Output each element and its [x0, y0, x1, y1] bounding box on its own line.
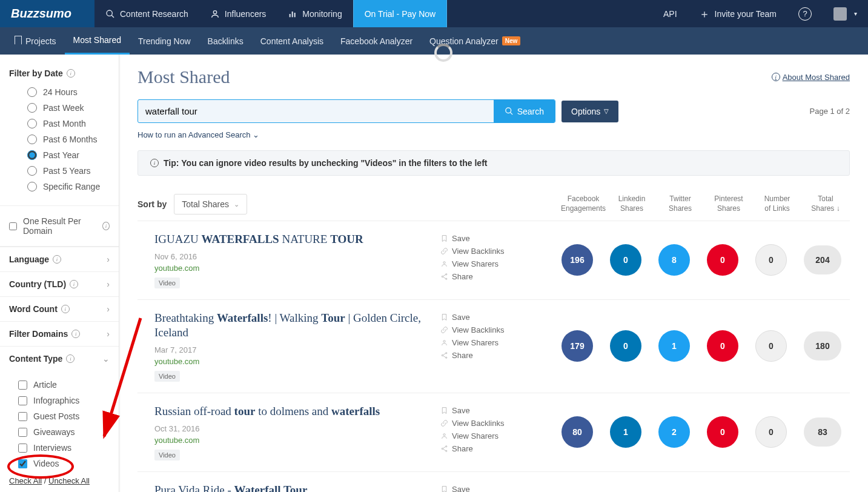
- chevron-right-icon: ›: [107, 329, 110, 339]
- result-title[interactable]: Russian off-road tour to dolmens and wat…: [154, 404, 440, 419]
- action-share[interactable]: Share: [440, 442, 525, 455]
- column-header[interactable]: TwitterShares: [656, 194, 704, 213]
- action-share[interactable]: Share: [440, 349, 525, 362]
- nav-api[interactable]: API: [652, 0, 688, 27]
- date-radio-past-week[interactable]: Past Week: [9, 100, 110, 116]
- svg-point-21: [446, 446, 447, 447]
- svg-point-6: [506, 108, 511, 113]
- info-icon[interactable]: i: [102, 222, 110, 230]
- svg-point-20: [443, 434, 445, 436]
- date-radio-past-6-months[interactable]: Past 6 Months: [9, 131, 110, 147]
- subnav-backlinks[interactable]: Backlinks: [199, 27, 252, 55]
- about-link[interactable]: iAbout Most Shared: [768, 73, 850, 82]
- action-save[interactable]: Save: [440, 311, 525, 324]
- button-label: Search: [517, 107, 544, 116]
- date-radio-specific-range[interactable]: Specific Range: [9, 179, 110, 194]
- subnav-most-shared[interactable]: Most Shared: [65, 27, 130, 55]
- tip-bar: i Tip: You can ignore video results by u…: [137, 150, 850, 176]
- result-domain[interactable]: youtube.com: [154, 264, 440, 273]
- subnav-trending[interactable]: Trending Now: [130, 27, 199, 55]
- info-icon[interactable]: i: [67, 69, 75, 78]
- sort-value: Total Shares: [182, 199, 229, 209]
- nav-user-menu[interactable]: ▾: [823, 0, 868, 27]
- column-header[interactable]: Numberof Links: [753, 194, 801, 213]
- action-save[interactable]: Save: [440, 232, 525, 245]
- svg-point-11: [446, 278, 447, 279]
- subnav-fb-analyzer[interactable]: Facebook Analyzer: [332, 27, 421, 55]
- nav-label: Influencers: [225, 9, 266, 19]
- loading-spinner: [434, 44, 452, 62]
- type-check-guest-posts[interactable]: Guest Posts: [0, 408, 119, 424]
- filter-language[interactable]: Languagei›: [0, 247, 119, 271]
- advanced-search-link[interactable]: How to run an Advanced Search ⌄: [137, 130, 850, 139]
- subnav-content-analysis[interactable]: Content Analysis: [252, 27, 332, 55]
- chevron-down-icon: ⌄: [234, 201, 239, 208]
- column-header[interactable]: LinkedinShares: [608, 194, 656, 213]
- svg-point-23: [446, 450, 447, 451]
- action-save[interactable]: Save: [440, 404, 525, 417]
- filter-content-type[interactable]: Content Typei⌄: [0, 346, 119, 371]
- one-result-checkbox[interactable]: One Result Per Domaini: [9, 213, 110, 239]
- filter-word-count[interactable]: Word Counti›: [0, 296, 119, 321]
- stat-facebook: 196: [562, 244, 593, 276]
- nav-help[interactable]: ?: [787, 0, 823, 27]
- bars-icon: [288, 9, 297, 19]
- nav-content-research[interactable]: Content Research: [94, 0, 199, 27]
- type-check-article[interactable]: Article: [0, 377, 119, 393]
- nav-influencers[interactable]: Influencers: [199, 0, 277, 27]
- result-domain[interactable]: youtube.com: [154, 436, 440, 445]
- info-icon: i: [772, 73, 780, 81]
- radio-label: Past 5 Years: [43, 166, 91, 176]
- info-icon: i: [70, 280, 78, 288]
- nav-invite-team[interactable]: ＋ Invite your Team: [688, 0, 787, 27]
- action-sharers[interactable]: View Sharers: [440, 258, 525, 270]
- type-check-giveaways[interactable]: Giveaways: [0, 424, 119, 440]
- svg-point-2: [213, 10, 216, 13]
- checkbox-label: Article: [33, 380, 57, 390]
- date-radio-past-year[interactable]: Past Year: [9, 147, 110, 163]
- result-title[interactable]: Pura Vida Ride - Waterfall Tour: [154, 483, 440, 492]
- action-share[interactable]: Share: [440, 270, 525, 283]
- nav-trial-paynow[interactable]: On Trial - Pay Now: [353, 0, 447, 27]
- action-save[interactable]: Save: [440, 483, 525, 492]
- result-domain[interactable]: youtube.com: [154, 357, 440, 366]
- filter-domains[interactable]: Filter Domainsi›: [0, 321, 119, 346]
- result-title[interactable]: Breathtaking Waterfalls! | Walking Tour …: [154, 311, 440, 341]
- result-title[interactable]: IGUAZU WATERFALLS NATURE TOUR: [154, 232, 440, 247]
- svg-rect-3: [290, 14, 291, 17]
- svg-line-1: [111, 15, 114, 18]
- date-radio-past-5-years[interactable]: Past 5 Years: [9, 163, 110, 179]
- action-backlinks[interactable]: View Backlinks: [440, 245, 525, 258]
- logo[interactable]: Buzzsumo: [0, 0, 94, 27]
- chevron-right-icon: ›: [107, 254, 110, 264]
- uncheck-all-link[interactable]: Uncheck All: [48, 476, 90, 485]
- column-header[interactable]: FacebookEngagements: [559, 194, 608, 213]
- check-all-link[interactable]: Check All: [9, 476, 42, 485]
- column-header[interactable]: PinterestShares: [704, 194, 753, 213]
- type-check-infographics[interactable]: Infographics: [0, 393, 119, 408]
- chevron-down-icon: ⌄: [253, 130, 259, 139]
- type-check-videos[interactable]: Videos: [0, 456, 119, 471]
- options-button[interactable]: Options▽: [562, 101, 618, 122]
- sort-select[interactable]: Total Shares⌄: [174, 194, 247, 214]
- nav-monitoring[interactable]: Monitoring: [277, 0, 353, 27]
- action-backlinks[interactable]: View Backlinks: [440, 324, 525, 336]
- date-radio-24-hours[interactable]: 24 Hours: [9, 84, 110, 100]
- date-radio-past-month[interactable]: Past Month: [9, 116, 110, 131]
- type-check-interviews[interactable]: Interviews: [0, 440, 119, 456]
- checkbox-label: One Result Per Domain: [23, 216, 99, 236]
- action-sharers[interactable]: View Sharers: [440, 430, 525, 442]
- svg-point-10: [442, 276, 443, 277]
- svg-point-17: [446, 357, 447, 358]
- search-button[interactable]: Search: [494, 100, 555, 122]
- subnav-projects[interactable]: Projects: [6, 27, 65, 55]
- stat-twitter: 8: [658, 244, 690, 276]
- action-sharers[interactable]: View Sharers: [440, 336, 525, 349]
- search-input[interactable]: [138, 100, 494, 122]
- stat-links: 0: [755, 330, 787, 362]
- column-header[interactable]: TotalShares ↓: [801, 194, 850, 213]
- chevron-right-icon: ›: [107, 279, 110, 289]
- filter-country[interactable]: Country (TLD)i›: [0, 271, 119, 296]
- sort-label: Sort by: [137, 199, 167, 209]
- action-backlinks[interactable]: View Backlinks: [440, 417, 525, 430]
